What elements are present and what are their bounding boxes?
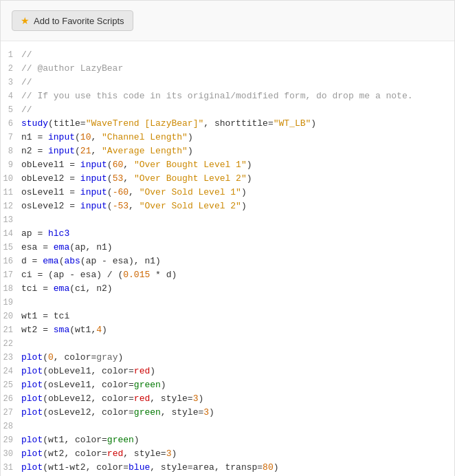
- line-number: 10: [1, 172, 21, 186]
- code-line: 7 n1 = input(10, "Channel Length"): [1, 131, 454, 144]
- code-line: 1 //: [1, 48, 454, 62]
- line-number: 14: [1, 227, 21, 241]
- line-number: 28: [1, 420, 21, 433]
- star-icon: ★: [21, 15, 30, 26]
- code-line: 19: [1, 296, 454, 310]
- line-content: //: [21, 48, 449, 62]
- line-number: 23: [1, 351, 21, 365]
- line-number: 26: [1, 392, 21, 406]
- line-content: study(title="WaveTrend [LazyBear]", shor…: [21, 117, 449, 131]
- line-content: wt1 = tci: [21, 310, 449, 323]
- line-content: plot(obLevel2, color=red, style=3): [21, 392, 449, 406]
- line-content: n2 = input(21, "Average Length"): [21, 144, 449, 158]
- line-number: 13: [1, 213, 21, 227]
- code-line: 12 osLevel2 = input(-53, "Over Sold Leve…: [1, 199, 454, 213]
- line-number: 21: [1, 323, 21, 337]
- line-content: d = ema(abs(ap - esa), n1): [21, 255, 449, 268]
- code-line: 9 obLevel1 = input(60, "Over Bought Leve…: [1, 158, 454, 172]
- line-content: n1 = input(10, "Channel Length"): [21, 131, 449, 144]
- line-number: 19: [1, 296, 21, 310]
- code-line: 8 n2 = input(21, "Average Length"): [1, 144, 454, 158]
- add-to-favorite-button[interactable]: ★ Add to Favorite Scripts: [12, 10, 133, 31]
- code-line: 23 plot(0, color=gray): [1, 351, 454, 365]
- code-editor: 1 // 2 // @author LazyBear 3 // 4 // If …: [1, 41, 454, 476]
- line-number: 27: [1, 406, 21, 420]
- line-number: 29: [1, 433, 21, 447]
- code-line: 3 //: [1, 76, 454, 89]
- code-line: 20 wt1 = tci: [1, 310, 454, 323]
- line-number: 1: [1, 48, 21, 62]
- code-line: 16 d = ema(abs(ap - esa), n1): [1, 255, 454, 268]
- line-number: 18: [1, 282, 21, 296]
- code-line: 21 wt2 = sma(wt1,4): [1, 323, 454, 337]
- code-line: 26 plot(obLevel2, color=red, style=3): [1, 392, 454, 406]
- line-content: esa = ema(ap, n1): [21, 241, 449, 255]
- line-content: plot(obLevel1, color=red): [21, 365, 449, 378]
- line-content: obLevel2 = input(53, "Over Bought Level …: [21, 172, 449, 186]
- line-content: plot(wt2, color=red, style=3): [21, 447, 449, 461]
- line-number: 8: [1, 144, 21, 158]
- code-line: 31 plot(wt1-wt2, color=blue, style=area,…: [1, 461, 454, 475]
- line-number: 15: [1, 241, 21, 255]
- line-number: 25: [1, 378, 21, 392]
- code-line: 24 plot(obLevel1, color=red): [1, 365, 454, 378]
- line-number: 31: [1, 461, 21, 475]
- code-line: 25 plot(osLevel1, color=green): [1, 378, 454, 392]
- line-content: plot(wt1-wt2, color=blue, style=area, tr…: [21, 461, 449, 475]
- line-number: 17: [1, 268, 21, 282]
- code-line: 27 plot(osLevel2, color=green, style=3): [1, 406, 454, 420]
- line-content: plot(0, color=gray): [21, 351, 449, 365]
- line-content: //: [21, 76, 449, 89]
- line-number: 20: [1, 310, 21, 323]
- code-line: 2 // @author LazyBear: [1, 62, 454, 76]
- line-content: plot(osLevel2, color=green, style=3): [21, 406, 449, 420]
- line-content: osLevel2 = input(-53, "Over Sold Level 2…: [21, 199, 449, 213]
- code-line: 30 plot(wt2, color=red, style=3): [1, 447, 454, 461]
- line-number: 22: [1, 337, 21, 351]
- line-content: // If you use this code in its original/…: [21, 89, 449, 103]
- line-number: 16: [1, 255, 21, 268]
- line-content: plot(wt1, color=green): [21, 433, 449, 447]
- code-line: 18 tci = ema(ci, n2): [1, 282, 454, 296]
- line-content: tci = ema(ci, n2): [21, 282, 449, 296]
- line-number: 24: [1, 365, 21, 378]
- line-content: ci = (ap - esa) / (0.015 * d): [21, 268, 449, 282]
- code-line: 15 esa = ema(ap, n1): [1, 241, 454, 255]
- main-container: ★ Add to Favorite Scripts 1 // 2 // @aut…: [0, 0, 455, 476]
- line-number: 6: [1, 117, 21, 131]
- code-line: 28: [1, 420, 454, 433]
- code-line: 4 // If you use this code in its origina…: [1, 89, 454, 103]
- line-number: 2: [1, 62, 21, 76]
- favorite-button-label: Add to Favorite Scripts: [34, 16, 124, 26]
- line-number: 12: [1, 199, 21, 213]
- toolbar: ★ Add to Favorite Scripts: [1, 1, 454, 41]
- code-line: 29 plot(wt1, color=green): [1, 433, 454, 447]
- code-line: 10 obLevel2 = input(53, "Over Bought Lev…: [1, 172, 454, 186]
- line-number: 4: [1, 89, 21, 103]
- line-content: ap = hlc3: [21, 227, 449, 241]
- code-line: 6 study(title="WaveTrend [LazyBear]", sh…: [1, 117, 454, 131]
- code-line: 11 osLevel1 = input(-60, "Over Sold Leve…: [1, 186, 454, 199]
- code-line: 13: [1, 213, 454, 227]
- line-content: // @author LazyBear: [21, 62, 449, 76]
- line-content: plot(osLevel1, color=green): [21, 378, 449, 392]
- code-line: 22: [1, 337, 454, 351]
- line-content: osLevel1 = input(-60, "Over Sold Level 1…: [21, 186, 449, 199]
- code-line: 5 //: [1, 103, 454, 117]
- line-number: 7: [1, 131, 21, 144]
- line-content: wt2 = sma(wt1,4): [21, 323, 449, 337]
- line-content: obLevel1 = input(60, "Over Bought Level …: [21, 158, 449, 172]
- line-number: 30: [1, 447, 21, 461]
- line-number: 9: [1, 158, 21, 172]
- line-number: 11: [1, 186, 21, 199]
- line-number: 5: [1, 103, 21, 117]
- line-number: 3: [1, 76, 21, 89]
- line-content: //: [21, 103, 449, 117]
- code-line: 17 ci = (ap - esa) / (0.015 * d): [1, 268, 454, 282]
- code-line: 14 ap = hlc3: [1, 227, 454, 241]
